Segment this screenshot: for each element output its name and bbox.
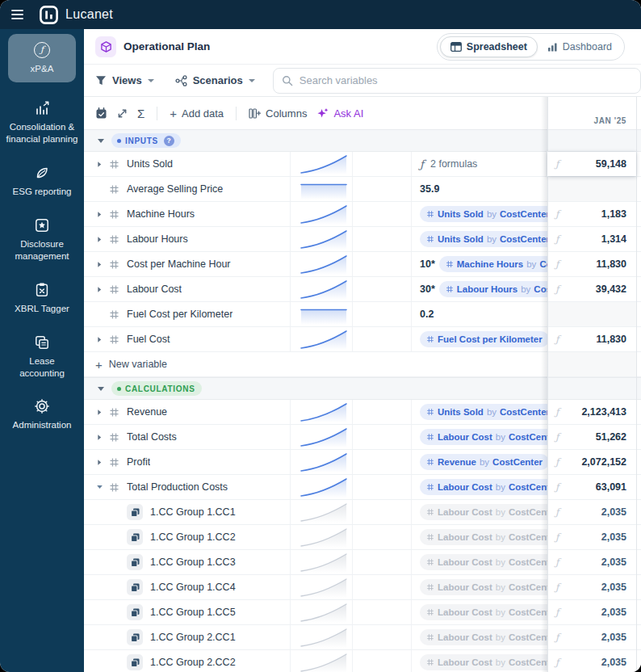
jan-25-value-cell[interactable]: ƒ 63,091: [547, 475, 636, 499]
formula-cell[interactable]: 35.9: [412, 177, 547, 201]
empty-cell[interactable]: [353, 625, 412, 649]
variable-row[interactable]: 1.CC Group 1.CC2 Labour CostbyCostCenter…: [84, 525, 641, 550]
jan-25-value-cell[interactable]: ƒ 59,148: [547, 152, 636, 176]
jan-25-value-cell[interactable]: ƒ 39,432: [547, 277, 636, 301]
empty-cell[interactable]: [353, 425, 412, 449]
jan-25-value-cell[interactable]: ƒ 2,035: [547, 550, 636, 574]
empty-cell[interactable]: [353, 400, 412, 424]
formula-cell[interactable]: 30* Labour HoursbyCostCenter: [412, 277, 547, 301]
row-expand-chevron[interactable]: [95, 459, 103, 466]
new-variable-cell[interactable]: + New variable: [84, 352, 291, 376]
jan-25-value-cell[interactable]: ƒ 51,262: [547, 425, 636, 449]
empty-cell[interactable]: [353, 575, 412, 599]
sidebar-item-disclosure[interactable]: Disclosure management: [0, 217, 84, 262]
empty-cell[interactable]: [353, 302, 412, 326]
row-expand-chevron[interactable]: [95, 434, 103, 441]
formula-cell[interactable]: Labour CostbyCostCentert: [412, 600, 547, 624]
variable-row[interactable]: Cost per Machine Hour 10* Machine Hoursb…: [84, 252, 641, 277]
formula-cell[interactable]: 10* Machine HoursbyCostCenter: [412, 252, 547, 276]
jan-25-value-cell[interactable]: [547, 352, 636, 376]
formula-cell[interactable]: 0.2: [412, 302, 547, 326]
sidebar-item-xbrl[interactable]: XBRL Tagger: [0, 282, 84, 315]
variable-reference-pill[interactable]: Machine HoursbyCostCenter: [439, 256, 547, 272]
formula-cell[interactable]: Units SoldbyCostCenterthis: [412, 202, 547, 226]
variable-reference-pill[interactable]: Labour CostbyCostCenter: [420, 554, 547, 570]
jan-25-value-cell[interactable]: ƒ 2,035: [547, 650, 636, 672]
empty-cell[interactable]: [353, 277, 412, 301]
variable-row[interactable]: 1.CC Group 1.CC1 Labour CostbyCostCenter…: [84, 500, 641, 525]
variable-row[interactable]: Fuel Cost Fuel Cost per Kilometer* ƒ 11,…: [84, 327, 641, 352]
row-label-cell[interactable]: Cost per Machine Hour: [84, 252, 291, 276]
variable-reference-pill[interactable]: Fuel Cost per Kilometer: [420, 331, 547, 347]
variable-reference-pill[interactable]: Labour CostbyCostCenter: [420, 529, 547, 545]
formula-cell[interactable]: ƒ2 formulas: [412, 152, 547, 176]
row-label-cell[interactable]: 1.CC Group 1.CC5: [84, 600, 291, 624]
tab-dashboard[interactable]: Dashboard: [538, 37, 622, 57]
jan-25-value-cell[interactable]: ƒ 2,072,152: [547, 450, 636, 474]
columns-button[interactable]: Columns: [249, 107, 307, 120]
empty-cell[interactable]: [353, 227, 412, 251]
jan-25-value-cell[interactable]: [547, 302, 636, 326]
views-menu[interactable]: Views: [95, 74, 154, 86]
jan-25-value-cell[interactable]: ƒ 11,830: [547, 252, 636, 276]
row-label-cell[interactable]: 1.CC Group 1.CC1: [84, 500, 291, 524]
row-expand-chevron[interactable]: [95, 336, 103, 343]
empty-cell[interactable]: [353, 525, 412, 549]
variable-row[interactable]: Machine Hours Units SoldbyCostCenterthis…: [84, 202, 641, 227]
variable-row[interactable]: Total Costs Labour CostbyCostCentert ƒ 5…: [84, 425, 641, 450]
row-expand-chevron[interactable]: [95, 236, 103, 243]
expand-button[interactable]: [117, 108, 128, 119]
new-variable-button[interactable]: + New variable: [95, 358, 167, 372]
section-collapse-chevron[interactable]: [98, 387, 104, 391]
jan-25-value-cell[interactable]: ƒ 2,123,413: [547, 400, 636, 424]
jan-25-value-cell[interactable]: ƒ 2,035: [547, 600, 636, 624]
jan-25-value-cell[interactable]: ƒ 2,035: [547, 500, 636, 524]
row-label-cell[interactable]: Fuel Cost per Kilometer: [84, 302, 291, 326]
row-expand-chevron[interactable]: [95, 409, 103, 416]
formula-cell[interactable]: RevenuebyCostCenterthis r: [412, 450, 547, 474]
empty-cell[interactable]: [353, 450, 412, 474]
variable-reference-pill[interactable]: Labour CostbyCostCenter: [420, 504, 547, 520]
sidebar-item-esg[interactable]: ESG reporting: [0, 165, 84, 198]
sum-button[interactable]: Σ: [137, 107, 145, 120]
empty-cell[interactable]: [353, 327, 412, 351]
empty-cell[interactable]: [353, 650, 412, 672]
column-header-jan25[interactable]: JAN '25: [547, 116, 636, 125]
row-label-cell[interactable]: Profit: [84, 450, 291, 474]
row-label-cell[interactable]: Fuel Cost: [84, 327, 291, 351]
formula-cell[interactable]: Labour CostbyCostCentert: [412, 575, 547, 599]
variable-reference-pill[interactable]: Labour CostbyCostCenter: [420, 604, 547, 620]
variable-row[interactable]: Labour Hours Units SoldbyCostCenterthis …: [84, 227, 641, 252]
formula-cell[interactable]: Labour CostbyCostCentert: [412, 425, 547, 449]
row-label-cell[interactable]: 1.CC Group 1.CC2: [84, 525, 291, 549]
sidebar-item-admin[interactable]: Administration: [0, 398, 84, 431]
sidebar-item-lease[interactable]: Lease accounting: [0, 334, 84, 380]
variable-reference-pill[interactable]: Labour CostbyCostCenter: [420, 654, 547, 670]
info-icon[interactable]: ?: [164, 136, 174, 146]
row-label-cell[interactable]: Revenue: [84, 400, 291, 424]
empty-cell[interactable]: [353, 177, 412, 201]
section-collapse-chevron[interactable]: [98, 139, 104, 143]
variable-reference-pill[interactable]: Labour CostbyCostCenter: [420, 629, 547, 645]
empty-cell[interactable]: [353, 202, 412, 226]
jan-25-value-cell[interactable]: ƒ 2,035: [547, 525, 636, 549]
row-expand-chevron[interactable]: [95, 211, 103, 218]
jan-25-value-cell[interactable]: ƒ 1,314: [547, 227, 636, 251]
formula-cell[interactable]: Labour CostbyCostCentert: [412, 550, 547, 574]
variable-row[interactable]: Total Production Costs Labour CostbyCost…: [84, 475, 641, 500]
variable-row[interactable]: Units Sold ƒ2 formulas ƒ 59,148: [84, 152, 641, 177]
row-expand-chevron[interactable]: [95, 161, 103, 168]
formula-cell[interactable]: Units SoldbyCostCenterthis: [412, 400, 547, 424]
hamburger-menu-icon[interactable]: [11, 10, 23, 19]
search-input[interactable]: [300, 74, 632, 86]
variable-row[interactable]: 1.CC Group 1.CC5 Labour CostbyCostCenter…: [84, 600, 641, 625]
scenarios-menu[interactable]: Scenarios: [175, 74, 255, 86]
row-label-cell[interactable]: Machine Hours: [84, 202, 291, 226]
row-label-cell[interactable]: Labour Cost: [84, 277, 291, 301]
variable-row[interactable]: Labour Cost 30* Labour HoursbyCostCenter…: [84, 277, 641, 302]
empty-cell[interactable]: [353, 252, 412, 276]
variable-row[interactable]: Fuel Cost per Kilometer 0.2: [84, 302, 641, 327]
formula-cell[interactable]: Labour CostbyCostCentert: [412, 475, 547, 499]
empty-cell[interactable]: [353, 152, 412, 176]
row-label-cell[interactable]: Units Sold: [84, 152, 291, 176]
